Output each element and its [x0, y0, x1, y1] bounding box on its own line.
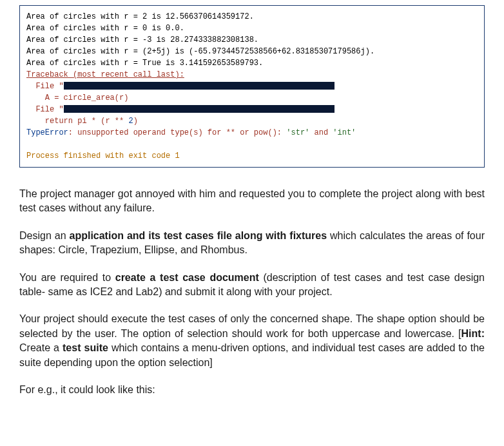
error-and: and — [309, 128, 333, 137]
exit-line: Process finished with exit code 1 — [26, 150, 478, 162]
traceback-file-line: File " — [26, 104, 478, 115]
traceback-header: Traceback (most recent call last): — [26, 69, 478, 81]
bold-segment: application and its test cases file alon… — [69, 230, 327, 241]
text-segment: Your project should execute the test cas… — [19, 313, 485, 338]
text-segment: Create a — [19, 342, 63, 353]
traceback-code-line: return pi * (r ** 2) — [26, 115, 478, 127]
bold-segment: Hint: — [461, 328, 485, 339]
paragraph-intro: The project manager got annoyed with him… — [19, 187, 485, 216]
error-str: 'str' — [286, 128, 309, 137]
return-text: return pi * (r ** — [26, 117, 128, 126]
text-segment: You are required to — [19, 272, 115, 283]
redacted-path — [64, 105, 334, 113]
paragraph-project: Your project should execute the test cas… — [19, 312, 485, 370]
return-num: 2 — [128, 117, 133, 126]
output-line: Area of circles with r = -3 is 28.274333… — [26, 34, 478, 46]
paragraph-testcase: You are required to create a test case d… — [19, 271, 485, 300]
traceback-code-line: A = circle_area(r) — [26, 92, 478, 104]
output-line: Area of circles with r = 2 is 12.5663706… — [26, 11, 478, 23]
paragraph-design: Design an application and its test cases… — [19, 229, 485, 258]
output-line: Area of circles with r = True is 3.14159… — [26, 57, 478, 69]
file-prefix: File " — [26, 105, 64, 114]
console-output-block: Area of circles with r = 2 is 12.5663706… — [19, 5, 485, 168]
traceback-file-line: File " — [26, 81, 478, 92]
redacted-path — [64, 82, 334, 90]
text-segment: Design an — [19, 230, 69, 241]
blank-line — [26, 139, 478, 150]
error-msg: : unsupported operand type(s) for ** or … — [68, 128, 286, 137]
bold-segment: create a test case document — [115, 272, 259, 283]
error-line: TypeError: unsupported operand type(s) f… — [26, 127, 478, 139]
error-type: TypeError — [26, 128, 68, 137]
error-int: 'int' — [333, 128, 356, 137]
output-line: Area of circles with r = 0 is 0.0. — [26, 23, 478, 34]
paragraph-example: For e.g., it could look like this: — [19, 383, 485, 397]
output-line: Area of circles with r = (2+5j) is (-65.… — [26, 46, 478, 57]
return-close: ) — [133, 117, 138, 126]
document-body: The project manager got annoyed with him… — [0, 168, 504, 397]
file-prefix: File " — [26, 82, 64, 91]
bold-segment: test suite — [63, 342, 108, 353]
